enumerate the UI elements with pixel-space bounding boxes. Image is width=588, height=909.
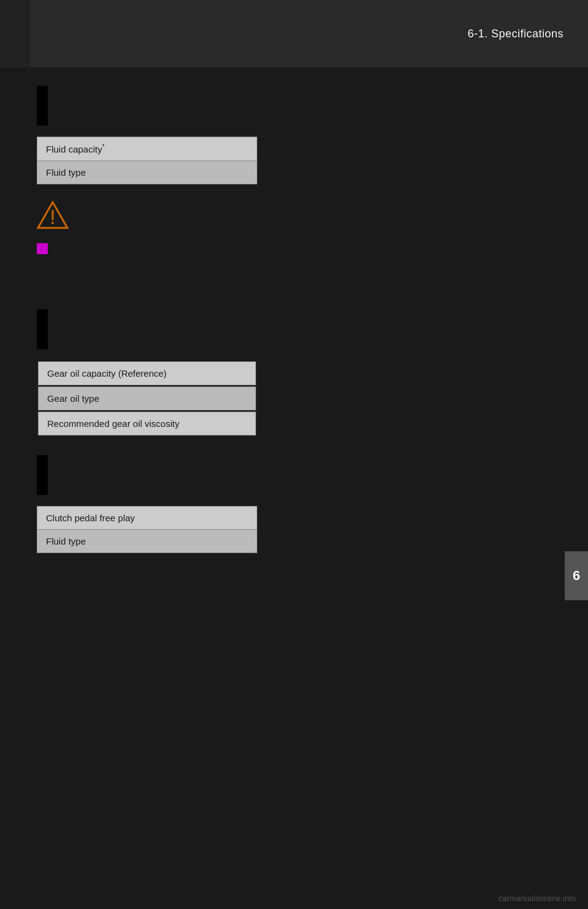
section-number: 6 [573, 568, 580, 584]
table-row: Recommended gear oil viscosity [38, 412, 256, 436]
clutch-fluid-type-cell: Fluid type [37, 530, 257, 553]
table-row: Fluid capacity* [37, 137, 257, 161]
header-title: 6-1. Specifications [467, 28, 564, 40]
section-bar-3 [37, 455, 48, 495]
asterisk: * [102, 143, 105, 150]
gear-oil-section-header [37, 309, 557, 349]
right-sidebar-tab: 6 [565, 551, 588, 600]
section-bar-2 [37, 309, 48, 349]
main-content: Fluid capacity* Fluid type Gear oil capa… [0, 67, 588, 909]
gear-oil-capacity-cell: Gear oil capacity (Reference) [38, 361, 256, 385]
clutch-fluid-type-label: Fluid type [46, 536, 86, 546]
fluid-capacity-cell: Fluid capacity* [37, 137, 257, 161]
table-row: Fluid type [37, 161, 257, 184]
gear-oil-table: Gear oil capacity (Reference) Gear oil t… [37, 360, 257, 437]
gear-oil-viscosity-cell: Recommended gear oil viscosity [38, 412, 256, 436]
watermark-text: carmanualsonline.info [499, 894, 576, 903]
section-bar-1 [37, 86, 48, 126]
table-row: Gear oil type [38, 387, 256, 410]
table-row: Clutch pedal free play [37, 507, 257, 530]
gear-oil-capacity-label: Gear oil capacity (Reference) [47, 368, 167, 379]
pink-bullet-section [37, 241, 557, 254]
clutch-pedal-label: Clutch pedal free play [46, 513, 135, 523]
clutch-pedal-cell: Clutch pedal free play [37, 507, 257, 530]
brake-fluid-table: Fluid capacity* Fluid type [37, 137, 257, 184]
table-row: Gear oil capacity (Reference) [38, 361, 256, 385]
fluid-capacity-label: Fluid capacity [46, 144, 102, 154]
pink-bullet-icon [37, 243, 48, 254]
gear-oil-viscosity-label: Recommended gear oil viscosity [47, 418, 179, 429]
svg-point-2 [51, 222, 54, 224]
header-bar: 6-1. Specifications [0, 0, 588, 67]
watermark: carmanualsonline.info [499, 894, 576, 903]
warning-section [37, 200, 557, 232]
gear-oil-type-cell: Gear oil type [38, 387, 256, 410]
clutch-table: Clutch pedal free play Fluid type [37, 506, 257, 553]
fluid-type-label: Fluid type [46, 167, 86, 178]
fluid-type-cell: Fluid type [37, 161, 257, 184]
warning-icon [37, 200, 69, 232]
left-accent [0, 0, 31, 67]
gear-oil-type-label: Gear oil type [47, 393, 99, 404]
table-row: Fluid type [37, 530, 257, 553]
brake-fluid-section-header [37, 86, 557, 126]
clutch-section-header [37, 455, 557, 495]
